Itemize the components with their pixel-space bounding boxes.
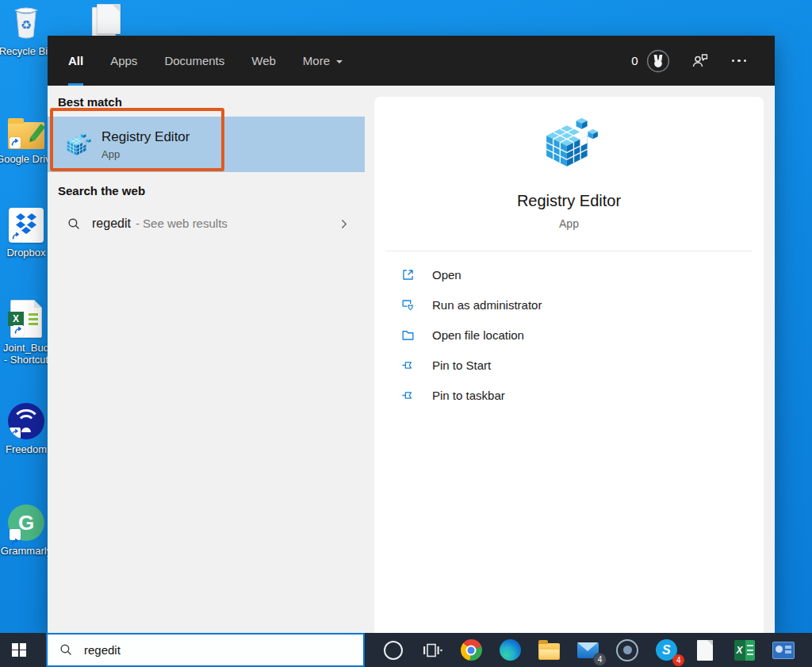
google-folder-icon [8,122,44,149]
more-options-icon[interactable] [730,55,749,67]
edge-button[interactable] [497,637,524,664]
search-web-heading: Search the web [58,172,365,197]
registry-editor-icon [63,131,92,158]
best-match-result[interactable]: Registry Editor App [48,117,365,172]
recorder-button[interactable] [614,637,641,664]
shortcut-arrow-icon [10,529,21,540]
action-run-as-administrator[interactable]: Run as administrator [374,289,764,320]
excel-button[interactable]: X [731,637,758,664]
web-suffix: - See web results [136,217,228,230]
chevron-right-icon[interactable] [337,217,350,231]
system-app-button[interactable] [770,637,797,664]
folder-location-icon [400,328,416,343]
tab-all[interactable]: All [68,36,83,86]
excel-file-icon: X [10,300,42,338]
mail-button[interactable]: 4 [575,637,602,664]
tab-more[interactable]: More [303,36,343,86]
task-view-icon [422,642,442,659]
tab-documents[interactable]: Documents [164,36,224,86]
desktop-icon-recycle-bin[interactable]: ♻ Recycle Bin [0,2,55,57]
desktop: ♻ Recycle Bin Google Drive Dr [0,0,812,667]
chrome-icon [461,639,482,661]
documents-stack-icon [89,2,124,37]
search-query-text: regedit [84,643,121,657]
action-open-file-location[interactable]: Open file location [374,320,764,350]
desktop-icon-dropbox[interactable]: Dropbox [0,208,55,259]
result-title: Registry Editor [102,129,190,145]
file-explorer-icon [538,643,560,660]
pin-icon [400,388,416,403]
preview-subtitle: App [559,217,579,230]
rewards-count: 0 [631,54,638,67]
context-actions: Open Run as administrator [374,259,764,410]
search-results-column: Best match Registry Editor App Search th… [48,86,365,633]
shortcut-arrow-icon [10,137,21,148]
grammarly-icon: G [8,504,44,541]
skype-badge: 4 [672,654,684,666]
cortana-icon [384,641,403,660]
pin-icon [400,358,416,373]
tab-apps[interactable]: Apps [110,36,137,86]
best-match-heading: Best match [58,86,365,109]
medal-icon [646,49,670,73]
dropbox-icon [9,208,44,243]
shortcut-arrow-icon [10,231,21,242]
result-subtitle: App [102,148,190,160]
desktop-icon-label: Grammarly [1,545,52,557]
divider [385,251,753,251]
chevron-down-icon [336,60,343,67]
windows-logo-icon [12,643,26,657]
desktop-icon-label: Joint_Bud - Shortcut [3,342,49,366]
excel-icon: X [734,640,755,661]
rewards-button[interactable]: 0 [631,49,669,73]
preview-title: Registry Editor [517,192,621,210]
notepad-button[interactable] [691,637,718,664]
tab-web[interactable]: Web [251,36,276,86]
feedback-icon[interactable] [691,52,710,71]
mail-badge: 4 [593,653,607,666]
registry-editor-icon-large [538,114,600,171]
search-icon [59,642,74,657]
app-window-icon [772,642,795,659]
desktop-icon-google-drive[interactable]: Google Drive [0,116,55,165]
chrome-button[interactable] [458,637,485,664]
search-flyout-panel: All Apps Documents Web More 0 [48,36,775,633]
desktop-icon-label: Dropbox [6,247,45,259]
web-query: regedit [92,217,131,230]
taskbar-search-input[interactable]: regedit [46,633,365,667]
desktop-icon-label: Recycle Bin [0,45,53,57]
action-pin-to-taskbar[interactable]: Pin to taskbar [374,380,764,410]
skype-button[interactable]: S 4 [653,637,680,664]
taskbar-icons: 4 S 4 X [365,633,812,667]
task-view-button[interactable] [419,637,446,664]
desktop-icon-grammarly[interactable]: G Grammarly [0,504,55,557]
admin-shield-icon [400,297,416,312]
preview-pane: Registry Editor App Open [365,86,775,633]
document-icon [697,640,713,661]
filter-tabs: All Apps Documents Web More [48,36,343,86]
edge-icon [500,639,521,661]
search-filter-header: All Apps Documents Web More 0 [48,36,775,86]
action-pin-to-start[interactable]: Pin to Start [374,350,764,380]
search-icon [67,217,82,232]
shortcut-arrow-icon [10,427,21,439]
freedom-icon [8,403,44,439]
start-button[interactable] [0,633,38,667]
desktop-icon-documents[interactable] [78,2,135,37]
open-icon [400,267,416,282]
circle-dot-icon [616,639,638,661]
action-open[interactable]: Open [374,259,764,289]
web-search-result[interactable]: regedit- See web results [48,205,365,242]
cortana-button[interactable] [380,637,407,664]
desktop-icon-excel-shortcut[interactable]: X Joint_Bud - Shortcut [0,300,55,366]
desktop-icon-freedom[interactable]: Freedom [0,403,55,455]
recycle-bin-icon: ♻ [7,2,45,41]
taskbar: regedit 4 S 4 [0,633,812,667]
file-explorer-button[interactable] [536,637,563,664]
shortcut-arrow-icon [13,325,24,336]
preview-card: Registry Editor App Open [374,97,764,633]
desktop-icon-label: Freedom [6,443,47,455]
svg-text:♻: ♻ [21,18,32,32]
